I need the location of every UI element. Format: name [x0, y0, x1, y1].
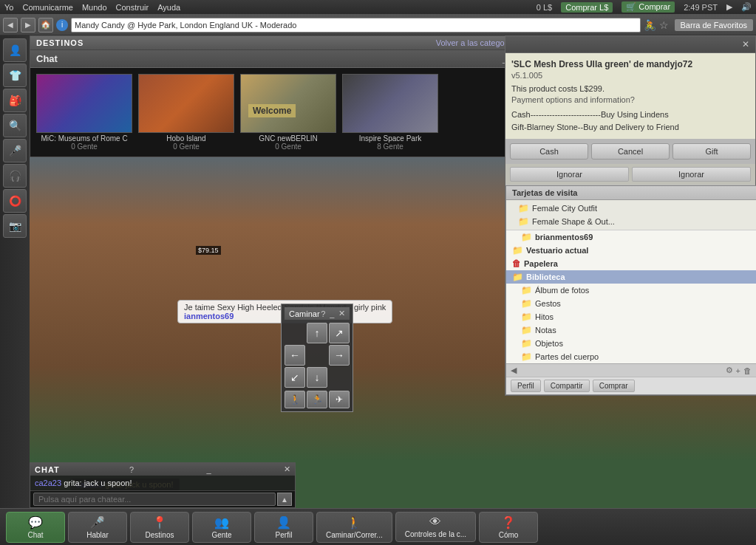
- menu-mundo[interactable]: Mundo: [82, 3, 107, 12]
- cash-button[interactable]: Cash: [510, 143, 588, 160]
- fly-mode-button[interactable]: ✈: [329, 391, 350, 408]
- sidebar-circle-icon[interactable]: ⭕: [3, 189, 27, 213]
- chat-input-row: ▲: [30, 490, 295, 507]
- taskbar-caminar[interactable]: 🚶 Caminar/Correr...: [316, 512, 392, 543]
- walk-down-left-button[interactable]: ↙: [285, 367, 305, 388]
- inv-item-album[interactable]: 📁 Álbum de fotos: [506, 284, 756, 297]
- menu-yo[interactable]: Yo: [4, 3, 13, 12]
- folder-icon-3: 📁: [521, 232, 532, 242]
- inv-female-city-outfit[interactable]: 📁 Female City Outfit: [512, 202, 750, 215]
- dest-item-hobo[interactable]: Hobo Island 0 Gente: [138, 74, 234, 151]
- chat-box-help[interactable]: ?: [129, 465, 134, 474]
- buy-button[interactable]: 🛒 Comprar: [622, 1, 675, 13]
- bike-icon: 🚴: [644, 19, 656, 31]
- chat-message: ca2a23 grita: jack u spoon!: [30, 476, 295, 490]
- walk-left-button[interactable]: ←: [285, 345, 305, 366]
- dest-item-inspire[interactable]: Inspire Space Park 8 Gente: [342, 74, 438, 151]
- chat-panel-title: Chat: [36, 53, 498, 64]
- plus-icon[interactable]: +: [736, 366, 740, 375]
- sidebar-headphones-icon[interactable]: 🎧: [3, 164, 27, 188]
- inv-item-biblioteca[interactable]: 📁 Biblioteca: [506, 270, 756, 284]
- expand-icon[interactable]: ▶: [726, 2, 732, 12]
- inv-item-objetos[interactable]: 📁 Objetos: [506, 337, 756, 350]
- back-button[interactable]: ◀: [3, 18, 18, 32]
- sidebar-person-icon[interactable]: 👤: [3, 38, 27, 62]
- folder-icon-9: 📁: [521, 338, 532, 349]
- chat-box-close[interactable]: ✕: [284, 465, 290, 474]
- payment-gift-line: Gift-Blarney Stone--Buy and Delivery to …: [511, 121, 749, 134]
- home-button[interactable]: 🏠: [38, 18, 53, 32]
- walk-min-button[interactable]: _: [330, 309, 334, 318]
- dest-item-rome[interactable]: MiC: Museums of Rome C 0 Gente: [36, 74, 132, 151]
- product-close-button[interactable]: ✕: [742, 39, 749, 49]
- dest-count-inspire: 8 Gente: [377, 143, 403, 151]
- taskbar-chat[interactable]: 💬 Chat: [6, 512, 65, 543]
- walk-close-button[interactable]: ✕: [338, 309, 345, 318]
- menu-ayuda[interactable]: Ayuda: [157, 3, 180, 12]
- chat-input[interactable]: [33, 493, 276, 506]
- taskbar-destinos[interactable]: 📍 Destinos: [130, 512, 189, 543]
- product-price: This product costs L$299.: [511, 84, 749, 93]
- chat-username: ca2a23: [35, 479, 61, 487]
- taskbar-hablar[interactable]: 🎤 Hablar: [68, 512, 127, 543]
- chat-send-button[interactable]: ▲: [277, 493, 292, 506]
- taskbar-controles[interactable]: 👁 Controles de la c...: [395, 512, 476, 542]
- inv-item-label-2: Female Shape & Out...: [532, 217, 615, 226]
- folder-icon-8: 📁: [521, 325, 532, 335]
- address-input[interactable]: [71, 18, 641, 32]
- sidebar-bag-icon[interactable]: 🎒: [3, 89, 27, 112]
- controles-icon: 👁: [429, 515, 441, 529]
- inv-female-shape[interactable]: 📁 Female Shape & Out...: [512, 215, 750, 228]
- sidebar-mic-icon[interactable]: 🎤: [3, 139, 27, 162]
- inv-item-vestuario[interactable]: 📁 Vestuario actual: [506, 244, 756, 257]
- inv-item-hitos[interactable]: 📁 Hitos: [506, 310, 756, 323]
- bookmark-star[interactable]: ☆: [659, 19, 669, 31]
- sidebar-camera-icon[interactable]: 📷: [3, 214, 27, 238]
- run-mode-button[interactable]: 🏃: [307, 391, 327, 408]
- perfil-label: Perfil: [276, 531, 293, 539]
- chat-box-min[interactable]: _: [207, 465, 211, 474]
- inv-label-brianmentos: brianmentos69: [535, 233, 593, 241]
- perfil-button[interactable]: Perfil: [511, 380, 541, 392]
- inventory-tree: 📁 brianmentos69 📁 Vestuario actual 🗑 Pap…: [506, 230, 756, 363]
- taskbar-perfil[interactable]: 👤 Perfil: [254, 512, 313, 543]
- sidebar-search-icon[interactable]: 🔍: [3, 114, 27, 137]
- taskbar-como[interactable]: ❓ Cómo: [479, 512, 538, 543]
- folder-icon-5: 📁: [521, 285, 532, 295]
- taskbar-gente[interactable]: 👥 Gente: [192, 512, 251, 543]
- inv-item-papelera[interactable]: 🗑 Papelera: [506, 257, 756, 270]
- walk-down-button[interactable]: ↓: [307, 367, 327, 388]
- inv-item-gestos[interactable]: 📁 Gestos: [506, 297, 756, 310]
- ignore-button-2[interactable]: Ignorar: [632, 167, 751, 182]
- inv-item-notas[interactable]: 📁 Notas: [506, 323, 756, 337]
- sound-icon[interactable]: 🔊: [741, 2, 752, 12]
- sidebar-clothes-icon[interactable]: 👕: [3, 64, 27, 87]
- walk-help-button[interactable]: ?: [321, 309, 325, 318]
- trash-inv-icon[interactable]: 🗑: [743, 366, 752, 375]
- cancel-button[interactable]: Cancel: [591, 143, 670, 160]
- walk-mode-buttons: 🚶 🏃 ✈: [285, 391, 350, 408]
- female-city-outfit-row[interactable]: 📁 Female City Outfit 📁 Female Shape & Ou…: [506, 200, 756, 230]
- hablar-label: Hablar: [86, 531, 108, 539]
- buy-lindens-button[interactable]: Comprar L$: [561, 2, 613, 13]
- folder-icon-4: 📁: [512, 245, 523, 256]
- comprar-button[interactable]: Comprar: [593, 380, 635, 392]
- gear-icon[interactable]: ⚙: [726, 366, 733, 375]
- compartir-button[interactable]: Compartir: [544, 380, 590, 392]
- walk-mode-button[interactable]: 🚶: [285, 391, 305, 408]
- menu-construir[interactable]: Construir: [116, 3, 149, 12]
- inventory-header: Tarjetas de visita: [506, 186, 756, 200]
- menu-comunicarme[interactable]: Comunicarme: [22, 3, 72, 12]
- inv-item-brianmentos[interactable]: 📁 brianmentos69: [506, 230, 756, 244]
- favorites-bar[interactable]: Barra de Favoritos: [675, 19, 753, 31]
- forward-button[interactable]: ▶: [21, 18, 35, 32]
- dest-item-berlin[interactable]: Welcome GNC newBERLIN 0 Gente: [240, 74, 336, 151]
- inv-item-partes[interactable]: 📁 Partes del cuerpo: [506, 350, 756, 363]
- walk-up-right-button[interactable]: ↗: [329, 323, 350, 343]
- walk-up-button[interactable]: ↑: [307, 323, 327, 343]
- chat-panel-header: Chat _ ✕: [30, 50, 524, 68]
- left-arrow-icon[interactable]: ◀: [511, 366, 517, 375]
- ignore-button-1[interactable]: Ignorar: [510, 167, 629, 182]
- gift-button[interactable]: Gift: [672, 143, 751, 160]
- walk-right-button[interactable]: →: [329, 345, 350, 366]
